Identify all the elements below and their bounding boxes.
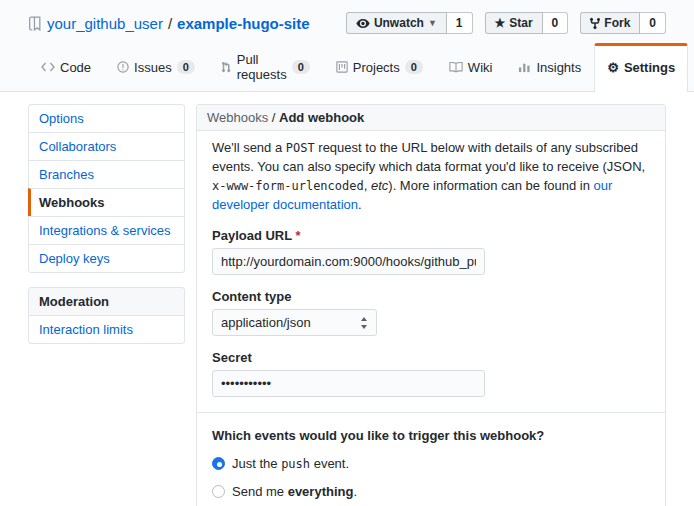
required-asterisk: * — [296, 228, 301, 243]
unwatch-label: Unwatch — [374, 16, 424, 30]
sidebar-item-integrations[interactable]: Integrations & services — [29, 216, 184, 244]
repo-name-link[interactable]: example-hugo-site — [177, 15, 310, 32]
moderation-menu: Moderation Interaction limits — [28, 287, 185, 344]
unwatch-button[interactable]: Unwatch ▼ — [346, 12, 447, 34]
chevron-down-icon: ▼ — [428, 18, 437, 28]
webhooks-breadcrumb-link[interactable]: Webhooks — [207, 110, 268, 125]
fork-button[interactable]: Fork — [580, 12, 640, 34]
radio-just-push[interactable]: Just the push event. — [212, 456, 650, 471]
graph-icon — [518, 61, 531, 73]
issue-icon — [117, 61, 129, 73]
breadcrumb: your_github_user / example-hugo-site — [28, 15, 310, 32]
breadcrumb-separator: / — [268, 110, 279, 125]
project-icon — [336, 61, 348, 73]
content-type-value: application/json — [221, 315, 311, 330]
code-icon — [41, 62, 55, 72]
tab-wiki[interactable]: Wiki — [436, 43, 506, 91]
gear-icon: ⚙ — [607, 60, 619, 75]
repo-icon — [28, 16, 42, 31]
select-arrows-icon — [360, 317, 368, 329]
page-body: Options Collaborators Branches Webhooks … — [0, 92, 694, 506]
projects-count: 0 — [405, 60, 423, 74]
radio-just-push-label: Just the push event. — [232, 456, 349, 471]
sidebar-item-deploy-keys[interactable]: Deploy keys — [29, 244, 184, 272]
radio-button-selected[interactable] — [212, 457, 225, 470]
webhook-form: We'll send a POST request to the URL bel… — [197, 131, 665, 506]
sidebar-item-interaction-limits[interactable]: Interaction limits — [29, 315, 184, 343]
content-type-label: Content type — [212, 289, 650, 304]
panel-breadcrumb: Webhooks / Add webhook — [197, 105, 665, 131]
tab-settings[interactable]: ⚙ Settings — [594, 43, 688, 92]
secret-label: Secret — [212, 350, 650, 365]
star-icon: ★ — [495, 16, 506, 30]
star-button[interactable]: ★ Star — [485, 12, 543, 34]
settings-menu: Options Collaborators Branches Webhooks … — [28, 104, 185, 273]
eye-icon — [356, 18, 370, 29]
tab-projects[interactable]: Projects 0 — [323, 43, 436, 91]
tab-insights[interactable]: Insights — [505, 43, 594, 91]
moderation-heading: Moderation — [29, 288, 184, 315]
repo-nav: Code Issues 0 Pull requests 0 Projects 0 — [28, 43, 666, 91]
repo-separator: / — [168, 15, 172, 32]
star-label: Star — [509, 16, 532, 30]
repo-actions: Unwatch ▼ 1 ★ Star 0 Fork 0 — [334, 12, 666, 34]
secret-input[interactable] — [212, 370, 485, 397]
repo-owner-link[interactable]: your_github_user — [47, 15, 163, 32]
tab-code[interactable]: Code — [28, 43, 104, 91]
issues-count: 0 — [177, 60, 195, 74]
sidebar-item-webhooks[interactable]: Webhooks — [28, 188, 184, 216]
fork-label: Fork — [604, 16, 630, 30]
pull-requests-count: 0 — [292, 60, 310, 74]
watch-count[interactable]: 1 — [447, 12, 473, 34]
sidebar-item-options[interactable]: Options — [29, 105, 184, 132]
sidebar-item-collaborators[interactable]: Collaborators — [29, 132, 184, 160]
star-count[interactable]: 0 — [543, 12, 569, 34]
pull-request-icon — [221, 61, 232, 73]
book-icon — [449, 61, 463, 73]
webhook-description: We'll send a POST request to the URL bel… — [212, 139, 650, 214]
watch-group: Unwatch ▼ 1 — [346, 12, 473, 34]
events-heading: Which events would you like to trigger t… — [212, 428, 650, 443]
fork-count[interactable]: 0 — [640, 12, 666, 34]
content-type-select[interactable]: application/json — [212, 309, 377, 336]
section-divider — [197, 412, 665, 413]
tab-pull-requests[interactable]: Pull requests 0 — [208, 43, 323, 91]
repo-header: your_github_user / example-hugo-site Unw… — [0, 0, 694, 92]
webhook-panel: Webhooks / Add webhook We'll send a POST… — [196, 104, 666, 506]
radio-button[interactable] — [212, 485, 225, 498]
settings-sidebar: Options Collaborators Branches Webhooks … — [28, 104, 185, 344]
tab-issues[interactable]: Issues 0 — [104, 43, 208, 91]
fork-group: Fork 0 — [580, 12, 666, 34]
payload-url-input[interactable] — [212, 248, 485, 275]
star-group: ★ Star 0 — [485, 12, 569, 34]
radio-send-everything[interactable]: Send me everything. — [212, 484, 650, 499]
fork-icon — [590, 17, 600, 30]
payload-url-label: Payload URL * — [212, 228, 650, 243]
sidebar-item-branches[interactable]: Branches — [29, 160, 184, 188]
radio-send-everything-label: Send me everything. — [232, 484, 357, 499]
page-title: Add webhook — [279, 110, 364, 125]
